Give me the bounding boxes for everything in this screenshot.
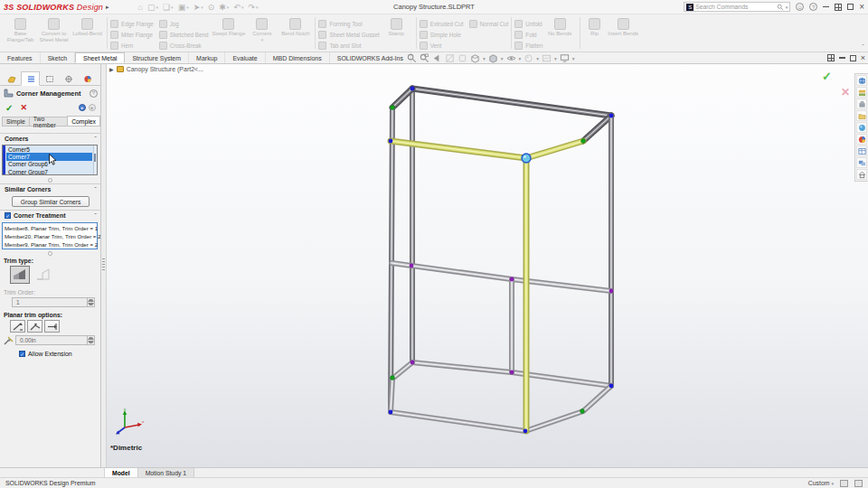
- dynamic-annotation-icon[interactable]: [458, 53, 467, 63]
- forming-tool-button[interactable]: Forming Tool: [318, 19, 379, 29]
- display-manager-tab[interactable]: [78, 71, 97, 86]
- trim-type-bodytrim-button[interactable]: [10, 266, 30, 284]
- allow-extension-checkbox[interactable]: ✓: [19, 351, 25, 357]
- stamp-button[interactable]: Stamp: [380, 16, 413, 37]
- list-item[interactable]: Corner Group7: [6, 168, 92, 175]
- tab-sketch[interactable]: Sketch: [41, 52, 75, 63]
- normal-cut-button[interactable]: Normal Cut: [469, 19, 509, 29]
- planar-option-first-button[interactable]: [10, 320, 25, 333]
- property-manager-tab[interactable]: [21, 71, 40, 86]
- convert-to-sheet-metal-button[interactable]: Convert to Sheet Metal: [37, 16, 71, 42]
- simple-hole-button[interactable]: Simple Hole: [420, 30, 464, 40]
- lofted-bend-button[interactable]: Lofted-Bend: [71, 16, 104, 37]
- insert-bends-button[interactable]: Insert Bends: [607, 16, 640, 37]
- list-item[interactable]: Corner5: [6, 145, 92, 153]
- list-resize-handle[interactable]: [48, 251, 52, 256]
- fold-button[interactable]: Fold: [514, 30, 542, 40]
- new-document-icon[interactable]: ▢▾: [147, 3, 158, 12]
- open-icon[interactable]: ❏▾: [163, 3, 174, 12]
- similar-corners-group-header[interactable]: Similar Cornersˆ: [0, 183, 101, 192]
- swept-flange-button[interactable]: Swept Flange: [212, 16, 245, 37]
- previous-view-icon[interactable]: [432, 53, 442, 63]
- unfold-button[interactable]: Unfold: [514, 19, 542, 29]
- tab-two-member[interactable]: Two member: [29, 117, 67, 127]
- offset-spinner[interactable]: [87, 336, 94, 344]
- collapse-icon[interactable]: ˆ: [94, 214, 97, 218]
- base-flange-button[interactable]: Base Flange/Tab: [4, 16, 37, 42]
- mid-rail[interactable]: [392, 263, 611, 291]
- tab-evaluate[interactable]: Evaluate: [225, 52, 265, 63]
- cancel-button[interactable]: ✕: [20, 103, 27, 112]
- configuration-manager-tab[interactable]: [40, 71, 59, 86]
- tab-features[interactable]: Features: [0, 52, 41, 63]
- confirm-cancel-icon[interactable]: ✕: [841, 86, 850, 99]
- list-resize-handle[interactable]: [48, 178, 52, 183]
- design-library-icon[interactable]: [856, 87, 867, 98]
- file-explorer-icon[interactable]: [856, 110, 867, 121]
- flatten-button[interactable]: Flatten: [514, 41, 542, 51]
- undo-icon[interactable]: ↶▾: [233, 3, 243, 12]
- miter-flange-button[interactable]: Miter Flange: [110, 30, 154, 40]
- editor-icon[interactable]: [854, 480, 863, 487]
- save-icon[interactable]: ▣▾: [178, 3, 189, 12]
- ribbon-collapse-icon[interactable]: ˆ: [862, 42, 864, 51]
- tab-structure-system[interactable]: Structure System: [125, 52, 189, 63]
- collapse-icon[interactable]: ˆ: [94, 137, 97, 141]
- tab-mbd-dimensions[interactable]: MBD Dimensions: [266, 52, 330, 63]
- edge-flange-button[interactable]: Edge Flange: [110, 19, 154, 29]
- view-settings-icon[interactable]: [560, 53, 570, 63]
- minimize-button[interactable]: [823, 6, 829, 8]
- highlighted-front-rail[interactable]: [391, 141, 583, 158]
- logo-flyout-icon[interactable]: ▸: [106, 4, 109, 11]
- zoom-to-fit-icon[interactable]: [407, 53, 417, 63]
- doc-restore-icon[interactable]: [850, 55, 856, 61]
- search-icon[interactable]: [777, 4, 784, 11]
- no-bends-button[interactable]: No Bends: [543, 16, 577, 37]
- hide-show-items-icon[interactable]: [506, 53, 516, 63]
- corner-treatment-group-header[interactable]: ✓ Corner Treatmentˆ: [0, 210, 101, 219]
- confirm-ok-icon[interactable]: ✓: [822, 70, 832, 83]
- offset-distance-input[interactable]: 0.00in: [15, 335, 95, 345]
- planar-option-third-button[interactable]: [44, 320, 60, 333]
- graphics-viewport[interactable]: ▶ Canopy Structure (Part2<...: [107, 64, 868, 467]
- screens-icon[interactable]: [856, 157, 867, 168]
- display-style-icon[interactable]: [488, 53, 498, 63]
- treatment-item[interactable]: Member8, Planar Trim, Trim Order = 1: [5, 224, 97, 232]
- keep-visible-icon[interactable]: ▸: [79, 104, 86, 111]
- corner-treatment-checkbox[interactable]: ✓: [5, 212, 11, 219]
- panel-help-icon[interactable]: ?: [90, 89, 98, 98]
- cross-break-button[interactable]: Cross-Break: [159, 41, 209, 51]
- doc-close-icon[interactable]: ×: [861, 53, 865, 62]
- search-commands-box[interactable]: S Search Commands ▾: [684, 2, 790, 12]
- close-button[interactable]: ×: [859, 2, 864, 12]
- section-view-icon[interactable]: [445, 53, 455, 63]
- collapse-icon[interactable]: ˆ: [94, 188, 97, 192]
- doc-minimize-icon[interactable]: [839, 57, 845, 59]
- trim-order-input[interactable]: 1: [12, 297, 95, 307]
- resources-globe-icon[interactable]: [856, 75, 867, 86]
- extruded-cut-button[interactable]: Extruded Cut: [420, 19, 464, 29]
- treatment-listbox[interactable]: Member8, Planar Trim, Trim Order = 1 Mem…: [2, 222, 98, 249]
- sketched-bend-button[interactable]: Sketched Bend: [159, 30, 209, 40]
- treatment-item[interactable]: Member9, Planar Trim, Trim Order = 2: [5, 240, 97, 249]
- custom-properties-icon[interactable]: [856, 134, 867, 145]
- top-left-chamfer[interactable]: [392, 89, 412, 108]
- home-icon[interactable]: [856, 169, 867, 180]
- restore-button[interactable]: [847, 4, 854, 10]
- toolbox-icon[interactable]: [856, 99, 867, 109]
- sheet-metal-gusset-button[interactable]: Sheet Metal Gusset: [318, 30, 379, 40]
- appearances-icon[interactable]: [856, 122, 867, 133]
- tab-simple[interactable]: Simple: [2, 117, 29, 127]
- dim-xpert-tab[interactable]: [59, 71, 78, 86]
- attach-icon[interactable]: ⊙: [208, 3, 215, 12]
- top-rear-rail[interactable]: [412, 89, 611, 116]
- vent-button[interactable]: Vent: [420, 41, 464, 51]
- feature-manager-tab[interactable]: [2, 71, 21, 86]
- jog-button[interactable]: Jog: [159, 19, 209, 29]
- tab-solidworks-add-ins[interactable]: SOLIDWORKS Add-Ins: [330, 52, 411, 63]
- tab-markup[interactable]: Markup: [189, 52, 225, 63]
- user-account-icon[interactable]: ☺: [796, 3, 804, 11]
- treatment-item[interactable]: Member20, Planar Trim, Trim Order = 2: [5, 232, 97, 240]
- advance-icon[interactable]: ▸: [89, 104, 96, 111]
- tab-complex[interactable]: Complex: [67, 116, 100, 127]
